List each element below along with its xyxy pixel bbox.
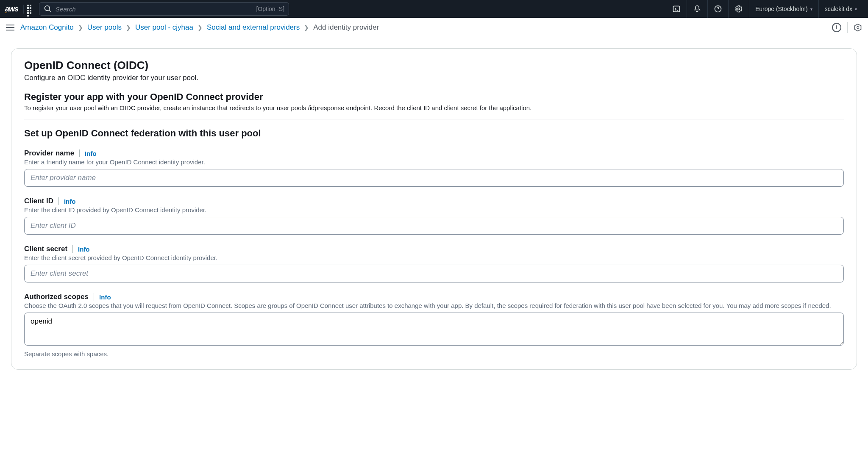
register-desc: To register your user pool with an OIDC … xyxy=(24,104,844,111)
breadcrumb-link[interactable]: User pools xyxy=(87,23,122,32)
settings-icon[interactable] xyxy=(728,0,749,18)
search-shortcut: [Option+S] xyxy=(256,6,284,12)
register-heading: Register your app with your OpenID Conne… xyxy=(24,91,844,102)
client-id-hint: Enter the client ID provided by OpenID C… xyxy=(24,206,844,213)
global-search[interactable]: [Option+S] xyxy=(39,2,289,16)
cloudshell-icon[interactable] xyxy=(666,0,687,18)
info-link[interactable]: Info xyxy=(78,246,90,253)
account-menu[interactable]: scalekit dx xyxy=(818,0,863,18)
sync-icon[interactable] xyxy=(854,23,862,32)
scopes-posthint: Separate scopes with spaces. xyxy=(24,350,844,357)
side-nav-toggle-icon[interactable] xyxy=(6,23,14,32)
services-grid-icon[interactable] xyxy=(27,5,36,13)
notifications-icon[interactable] xyxy=(687,0,707,18)
divider xyxy=(58,197,59,205)
region-selector[interactable]: Europe (Stockholm) xyxy=(749,0,818,18)
field-client-id: Client ID Info Enter the client ID provi… xyxy=(24,197,844,235)
scopes-input[interactable] xyxy=(24,313,844,346)
chevron-right-icon: ❯ xyxy=(304,24,309,31)
search-icon xyxy=(44,5,52,13)
svg-line-1 xyxy=(49,10,51,12)
aws-logo[interactable]: aws⌣ xyxy=(5,5,24,14)
divider xyxy=(94,293,94,301)
topnav-actions: Europe (Stockholm) scalekit dx xyxy=(666,0,863,18)
breadcrumb-link[interactable]: User pool - cjyhaa xyxy=(135,23,193,32)
breadcrumb-bar: Amazon Cognito ❯ User pools ❯ User pool … xyxy=(0,18,868,37)
divider xyxy=(72,245,73,253)
global-nav: aws⌣ [Option+S] Europe (Stockholm) scale… xyxy=(0,0,868,18)
svg-point-0 xyxy=(45,6,50,11)
provider-name-input[interactable] xyxy=(24,169,844,187)
breadcrumb-current: Add identity provider xyxy=(313,23,379,32)
section-divider xyxy=(24,119,844,119)
divider xyxy=(847,22,848,33)
info-link[interactable]: Info xyxy=(64,198,76,205)
chevron-right-icon: ❯ xyxy=(198,24,203,31)
provider-name-hint: Enter a friendly name for your OpenID Co… xyxy=(24,158,844,166)
help-icon[interactable] xyxy=(707,0,728,18)
field-authorized-scopes: Authorized scopes Info Choose the OAuth … xyxy=(24,293,844,357)
chevron-right-icon: ❯ xyxy=(78,24,83,31)
field-provider-name: Provider name Info Enter a friendly name… xyxy=(24,149,844,187)
divider xyxy=(79,149,80,157)
oidc-config-card: OpenID Connect (OIDC) Configure an OIDC … xyxy=(11,48,857,370)
svg-point-4 xyxy=(737,8,740,10)
info-link[interactable]: Info xyxy=(99,293,111,301)
breadcrumb: Amazon Cognito ❯ User pools ❯ User pool … xyxy=(20,23,379,32)
scopes-hint: Choose the OAuth 2.0 scopes that you wil… xyxy=(24,302,844,309)
info-panel-icon[interactable]: i xyxy=(832,23,841,32)
breadcrumb-link[interactable]: Amazon Cognito xyxy=(20,23,74,32)
client-secret-input[interactable] xyxy=(24,265,844,282)
info-link[interactable]: Info xyxy=(85,150,97,157)
setup-heading: Set up OpenID Connect federation with th… xyxy=(24,128,844,139)
provider-name-label: Provider name xyxy=(24,149,74,158)
page-subtitle: Configure an OIDC identity provider for … xyxy=(24,74,844,82)
client-id-input[interactable] xyxy=(24,217,844,235)
scopes-label: Authorized scopes xyxy=(24,293,89,301)
svg-marker-5 xyxy=(855,24,861,31)
client-secret-hint: Enter the client secret provided by Open… xyxy=(24,254,844,261)
svg-rect-2 xyxy=(673,6,679,11)
breadcrumb-link[interactable]: Social and external providers xyxy=(207,23,300,32)
chevron-right-icon: ❯ xyxy=(126,24,131,31)
field-client-secret: Client secret Info Enter the client secr… xyxy=(24,245,844,282)
search-input[interactable] xyxy=(56,6,253,13)
client-secret-label: Client secret xyxy=(24,245,67,253)
client-id-label: Client ID xyxy=(24,197,53,205)
page-title: OpenID Connect (OIDC) xyxy=(24,59,844,72)
